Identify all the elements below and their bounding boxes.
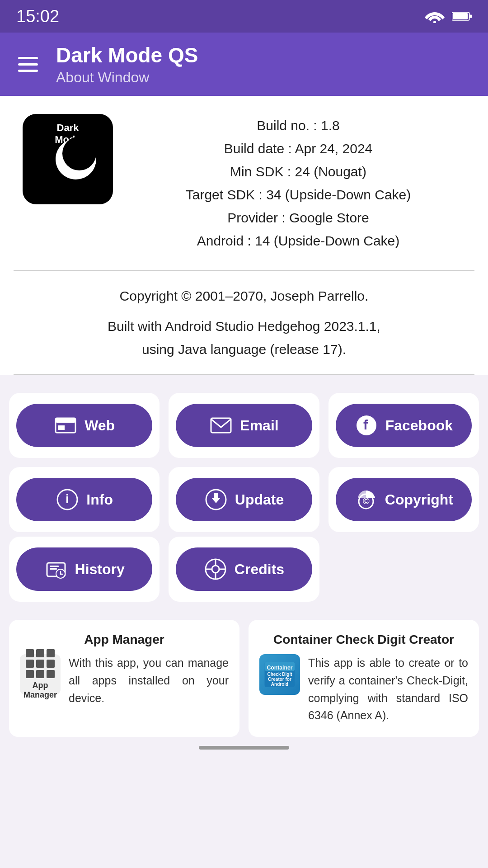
top-bar-text: Dark Mode QS About Window [56,43,198,86]
app-card-manager: App Manager AppManager With this app, yo… [9,620,239,737]
svg-rect-14 [214,493,218,499]
svg-rect-19 [50,566,59,567]
history-button[interactable]: History [16,547,152,591]
build-no: Build no. : 1.8 [131,114,465,137]
status-bar: 15:02 [0,0,488,33]
svg-text:f: f [363,417,368,432]
credits-icon [204,557,227,581]
svg-text:Check Digit: Check Digit [267,672,292,677]
wifi-icon [425,9,445,23]
email-button[interactable]: Email [176,404,312,447]
container-desc: This app is able to create or to verify … [308,654,468,724]
provider: Provider : Google Store [131,206,465,229]
container-title: Container Check Digit Creator [259,632,468,647]
facebook-label: Facebook [385,417,453,434]
empty-cell [328,537,479,602]
app-logo: DarkModeQS [23,114,113,204]
divider-1 [14,270,474,271]
copyright-cell: © Copyright [328,467,479,532]
history-cell: History [9,537,160,602]
app-manager-body: AppManager With this app, you can manage… [20,654,229,707]
info-icon: i [56,488,79,511]
bottom-handle [199,746,289,750]
container-body: Container Check Digit Creator for Androi… [259,654,468,724]
app-card-container: Container Check Digit Creator Container … [249,620,479,737]
credits-cell: Credits [169,537,319,602]
svg-text:©: © [363,496,370,506]
update-icon [204,488,228,511]
copyright-label: Copyright [385,491,453,508]
copyright-line3: using Java language (release 17). [142,342,346,357]
divider-2 [14,374,474,375]
status-time: 15:02 [16,7,59,26]
moon-icon [56,139,96,179]
svg-rect-20 [50,568,57,570]
app-manager-title: App Manager [20,632,229,647]
svg-rect-6 [58,425,65,430]
app-info-section: DarkModeQS Build no. : 1.8 Build date : … [0,96,488,266]
update-button[interactable]: Update [176,478,312,521]
app-manager-label: AppManager [23,681,57,700]
facebook-icon: f [355,414,378,437]
svg-point-22 [212,566,219,573]
button-grid-bottom: History Credits [0,537,488,611]
app-grid [26,649,55,678]
svg-text:Container: Container [267,665,292,671]
credits-button[interactable]: Credits [176,547,312,591]
info-button[interactable]: i Info [16,478,152,521]
info-cell: i Info [9,467,160,532]
email-icon [209,414,233,437]
container-icon: Container Check Digit Creator for Androi… [259,654,300,695]
email-label: Email [240,417,278,434]
svg-rect-2 [469,14,472,18]
svg-rect-3 [453,13,468,19]
app-manager-desc: With this app, you can manage all apps i… [69,654,229,707]
build-date: Build date : Apr 24, 2024 [131,137,465,160]
history-label: History [75,561,125,578]
related-apps-section: App Manager AppManager With this app, yo… [0,611,488,737]
battery-icon [452,9,472,23]
svg-text:i: i [66,492,69,506]
copyright-line2: Built with Android Studio Hedgehog 2023.… [108,319,380,334]
svg-text:Android: Android [271,682,288,687]
facebook-button[interactable]: f Facebook [336,404,472,447]
android-version: Android : 14 (Upside-Down Cake) [131,229,465,252]
info-label: Info [86,491,113,508]
top-bar: Dark Mode QS About Window [0,33,488,96]
web-icon [54,414,77,437]
app-title: Dark Mode QS [56,43,198,67]
credits-label: Credits [235,561,284,578]
web-button[interactable]: Web [16,404,152,447]
copyright-section: Copyright © 2001–2070, Joseph Parrello. … [0,275,488,365]
email-cell: Email [169,393,319,458]
bottom-bar [0,737,488,763]
copyright-button[interactable]: © Copyright [336,478,472,521]
menu-button[interactable] [14,52,42,76]
update-cell: Update [169,467,319,532]
copyright-icon: © [354,488,378,511]
target-sdk: Target SDK : 34 (Upside-Down Cake) [131,183,465,206]
web-label: Web [84,417,115,434]
app-details: Build no. : 1.8 Build date : Apr 24, 202… [131,114,465,252]
update-label: Update [235,491,284,508]
history-icon [44,557,68,581]
app-manager-icon: AppManager [20,654,61,695]
svg-rect-5 [56,418,75,423]
min-sdk: Min SDK : 24 (Nougat) [131,160,465,183]
page-subtitle: About Window [56,69,198,86]
button-grid: Web Email f Facebook i Info [0,379,488,537]
copyright-line1: Copyright © 2001–2070, Joseph Parrello. [23,284,465,307]
facebook-cell: f Facebook [328,393,479,458]
svg-point-0 [433,21,436,23]
web-cell: Web [9,393,160,458]
svg-rect-7 [211,418,231,433]
status-icons [425,9,472,23]
